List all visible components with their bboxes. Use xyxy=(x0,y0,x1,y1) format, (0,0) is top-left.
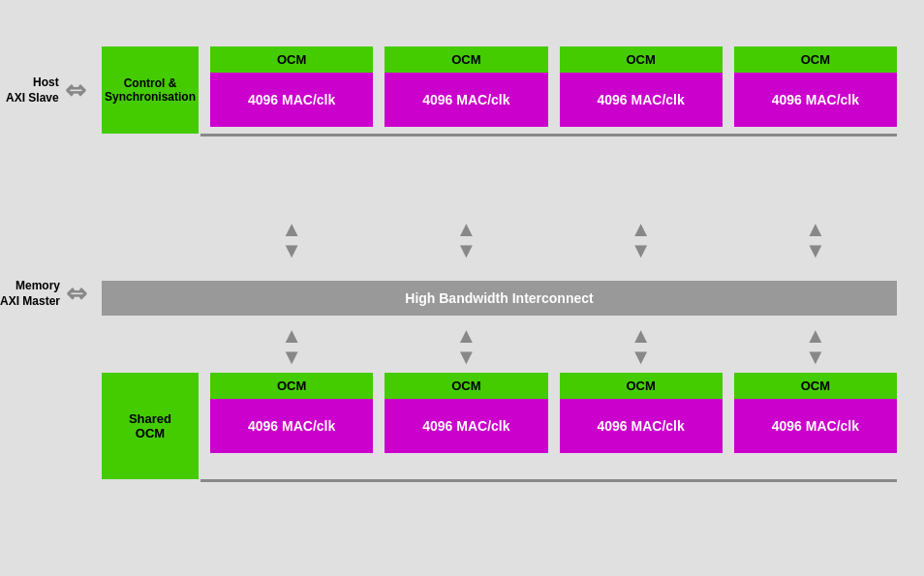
top-ocm-body-3: 4096 MAC/clk xyxy=(560,73,723,127)
top-ocm-header-4: OCM xyxy=(734,46,897,73)
top-ocm-body-1: 4096 MAC/clk xyxy=(210,73,373,127)
bottom-arrow-2: ▲ ▼ xyxy=(385,327,547,366)
memory-axi-master-label: Memory AXI Master ⇔ xyxy=(0,279,87,309)
vert-arrow-b3: ▲ ▼ xyxy=(631,326,652,367)
arrow-up-2: ▲ xyxy=(455,220,477,239)
top-ocm-block-3: OCM 4096 MAC/clk xyxy=(560,46,723,127)
top-arrow-4: ▲ ▼ xyxy=(734,221,897,259)
vert-arrow-1: ▲ ▼ xyxy=(281,220,302,260)
vert-arrow-b2: ▲ ▼ xyxy=(455,326,477,367)
arrow-up-4: ▲ xyxy=(805,220,826,239)
bottom-ocm-block-3: OCM 4096 MAC/clk xyxy=(560,373,723,453)
bottom-ocm-header-4: OCM xyxy=(734,373,897,399)
vert-arrow-b1: ▲ ▼ xyxy=(281,326,302,367)
arrow-up-1: ▲ xyxy=(281,220,302,239)
arrow-down-2: ▼ xyxy=(455,241,477,260)
arrow-down-3: ▼ xyxy=(631,241,652,260)
horiz-line-top xyxy=(200,134,897,136)
vert-arrow-3: ▲ ▼ xyxy=(631,220,652,260)
bottom-row: Shared OCM OCM 4096 MAC/clk OCM 4096 MAC… xyxy=(102,373,897,479)
top-arrows-row: ▲ ▼ ▲ ▼ ▲ ▼ ▲ ▼ xyxy=(102,221,897,259)
top-ocm-block-1: OCM 4096 MAC/clk xyxy=(210,46,373,127)
arrow-down-1: ▼ xyxy=(281,241,302,260)
arrow-down-b1: ▼ xyxy=(281,348,302,367)
bottom-arrow-3: ▲ ▼ xyxy=(560,327,723,366)
arrow-down-b3: ▼ xyxy=(631,348,652,367)
host-axi-arrow: ⇔ xyxy=(65,76,86,106)
top-ocm-block-2: OCM 4096 MAC/clk xyxy=(385,46,547,127)
top-ocm-block-4: OCM 4096 MAC/clk xyxy=(734,46,897,127)
bottom-ocm-body-3: 4096 MAC/clk xyxy=(560,399,723,453)
top-row: Control & Synchronisation OCM 4096 MAC/c… xyxy=(102,46,897,134)
top-ocm-body-2: 4096 MAC/clk xyxy=(385,73,547,127)
memory-axi-master-text: Memory AXI Master xyxy=(0,279,60,309)
control-sync-box: Control & Synchronisation xyxy=(102,46,199,134)
bottom-arrow-4: ▲ ▼ xyxy=(734,327,897,366)
interconnect-bar: High Bandwidth Interconnect xyxy=(102,281,897,316)
top-arrow-1: ▲ ▼ xyxy=(210,221,373,259)
bottom-ocm-header-2: OCM xyxy=(385,373,547,399)
bottom-ocm-block-2: OCM 4096 MAC/clk xyxy=(385,373,547,453)
horiz-line-bottom xyxy=(200,479,897,482)
bottom-ocm-header-1: OCM xyxy=(210,373,373,399)
bottom-ocm-body-2: 4096 MAC/clk xyxy=(385,399,547,453)
top-arrow-3: ▲ ▼ xyxy=(560,221,723,259)
top-ocm-body-4: 4096 MAC/clk xyxy=(734,73,897,127)
top-arrow-2: ▲ ▼ xyxy=(385,221,547,259)
top-ocm-header-1: OCM xyxy=(210,46,373,73)
arrow-down-b2: ▼ xyxy=(455,348,477,367)
arrow-up-b1: ▲ xyxy=(281,326,302,346)
bottom-ocm-block-4: OCM 4096 MAC/clk xyxy=(734,373,897,453)
shared-ocm-box: Shared OCM xyxy=(102,373,199,479)
vert-arrow-b4: ▲ ▼ xyxy=(805,326,826,367)
top-ocm-header-3: OCM xyxy=(560,46,723,73)
arrow-down-4: ▼ xyxy=(805,241,826,260)
top-ocm-header-2: OCM xyxy=(385,46,547,73)
arrow-placeholder-bottom xyxy=(102,327,199,366)
arrow-up-b3: ▲ xyxy=(631,326,652,346)
bottom-ocm-body-1: 4096 MAC/clk xyxy=(210,399,373,453)
diagram-container: Host AXI Slave ⇔ Memory AXI Master ⇔ Con… xyxy=(0,0,924,576)
bottom-arrow-1: ▲ ▼ xyxy=(210,327,373,366)
control-sync-label: Control & Synchronisation xyxy=(105,76,196,104)
bottom-ocm-header-3: OCM xyxy=(560,373,723,399)
vert-arrow-4: ▲ ▼ xyxy=(805,220,826,260)
arrow-placeholder-top xyxy=(102,221,199,259)
host-axi-slave-text: Host AXI Slave xyxy=(6,76,59,106)
arrow-up-b2: ▲ xyxy=(455,326,477,346)
bottom-arrows-row: ▲ ▼ ▲ ▼ ▲ ▼ ▲ ▼ xyxy=(102,327,897,366)
memory-axi-arrow: ⇔ xyxy=(66,279,87,309)
bottom-ocm-body-4: 4096 MAC/clk xyxy=(734,399,897,453)
arrow-down-b4: ▼ xyxy=(805,348,826,367)
interconnect-label: High Bandwidth Interconnect xyxy=(405,290,593,306)
vert-arrow-2: ▲ ▼ xyxy=(455,220,477,260)
bottom-ocm-block-1: OCM 4096 MAC/clk xyxy=(210,373,373,453)
arrow-up-b4: ▲ xyxy=(805,326,826,346)
shared-ocm-label: Shared OCM xyxy=(129,411,171,440)
arrow-up-3: ▲ xyxy=(631,220,652,239)
host-axi-slave-label: Host AXI Slave ⇔ xyxy=(6,76,86,106)
